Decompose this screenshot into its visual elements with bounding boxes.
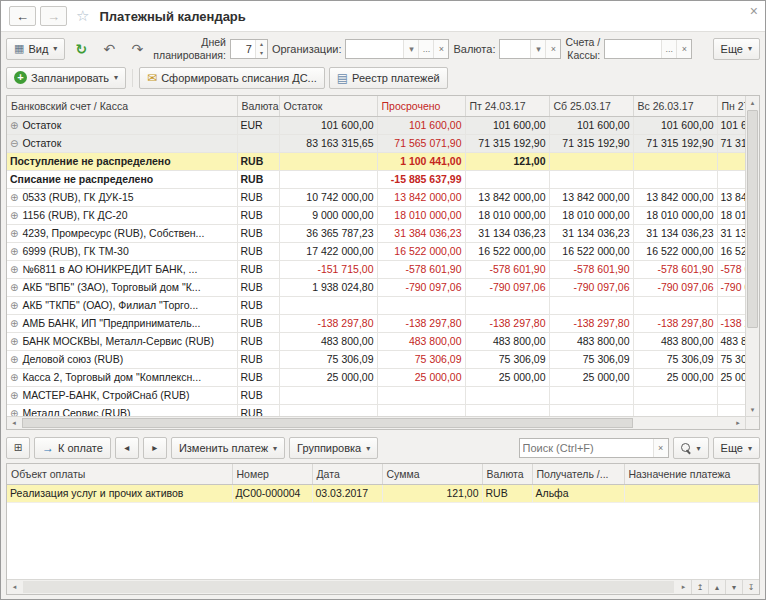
view-button[interactable]: ▦ Вид ▾ — [6, 38, 65, 60]
cell[interactable]: 71 315 192,90 — [717, 134, 745, 152]
cell[interactable] — [237, 134, 279, 152]
cell[interactable] — [717, 296, 745, 314]
cell[interactable] — [717, 170, 745, 188]
cell[interactable]: -138 297,80 — [717, 314, 745, 332]
scroll-right-icon[interactable]: ▸ — [676, 580, 691, 594]
column-header[interactable]: Дата — [312, 464, 382, 484]
page-up-icon[interactable]: ▴ — [708, 580, 725, 594]
back-button[interactable]: ← — [9, 6, 36, 26]
cell[interactable]: 18 010 000,00 — [377, 206, 465, 224]
cell[interactable] — [279, 386, 377, 404]
cell[interactable]: ДС00-000004 — [232, 484, 312, 502]
account-cell[interactable]: ⊕1156 (RUB), ГК ДС-20 — [7, 206, 237, 224]
accounts-clear-icon[interactable]: × — [676, 40, 691, 58]
cell[interactable]: 25 000,00 — [377, 368, 465, 386]
column-header[interactable]: Банковский счет / Касса — [7, 96, 237, 116]
spin-up-icon[interactable]: ▴ — [256, 40, 267, 49]
expand-icon[interactable]: ⊕ — [10, 300, 18, 311]
cell[interactable]: RUB — [237, 368, 279, 386]
cell[interactable]: 101 600,00 — [279, 116, 377, 134]
column-header[interactable]: Номер — [232, 464, 312, 484]
days-planning-input[interactable] — [231, 41, 255, 57]
expand-icon[interactable]: ⊕ — [10, 318, 18, 329]
cell[interactable]: 13 842 000,00 — [549, 188, 633, 206]
grouping-button[interactable]: Группировка ▾ — [289, 437, 378, 459]
calendar-row[interactable]: ⊕АКБ "ВПБ" (ЗАО), Торговый дом "К...RUB1… — [7, 278, 745, 296]
column-header[interactable]: Валюта — [237, 96, 279, 116]
column-header[interactable]: Остаток — [279, 96, 377, 116]
calendar-row[interactable]: ⊕1156 (RUB), ГК ДС-20RUB9 000 000,0018 0… — [7, 206, 745, 224]
vertical-scrollbar[interactable]: ▴ ▾ — [745, 96, 759, 416]
cell[interactable]: 483 800,00 — [717, 332, 745, 350]
column-header[interactable]: Сб 25.03.17 — [549, 96, 633, 116]
column-header[interactable]: Получатель /... — [532, 464, 624, 484]
expand-icon[interactable]: ⊕ — [10, 246, 18, 257]
cell[interactable]: RUB — [237, 224, 279, 242]
scroll-right-icon[interactable]: ▸ — [731, 417, 745, 429]
cell[interactable]: 75 306,09 — [549, 350, 633, 368]
cell[interactable]: 101 600,00 — [549, 116, 633, 134]
cell[interactable]: RUB — [237, 242, 279, 260]
expand-icon[interactable]: ⊕ — [10, 336, 18, 347]
column-header[interactable]: Валюта — [482, 464, 532, 484]
cell[interactable]: -151 715,00 — [279, 260, 377, 278]
cell[interactable]: 101 600,00 — [377, 116, 465, 134]
cell[interactable] — [549, 386, 633, 404]
cell[interactable]: 16 522 000,00 — [377, 242, 465, 260]
cell[interactable] — [279, 404, 377, 416]
calendar-row[interactable]: ⊕АМБ БАНК, ИП "Предприниматель...RUB-138… — [7, 314, 745, 332]
cell[interactable]: RUB — [237, 386, 279, 404]
cell[interactable]: -138 297,80 — [549, 314, 633, 332]
cell[interactable]: 16 522 000,00 — [633, 242, 717, 260]
accounts-choose-icon[interactable]: ... — [661, 40, 676, 58]
horizontal-scroll-track[interactable] — [21, 417, 731, 429]
currency-clear-icon[interactable]: × — [545, 40, 560, 58]
payments-scroll-track[interactable] — [22, 580, 676, 594]
cell[interactable]: RUB — [237, 350, 279, 368]
expand-icon[interactable]: ⊕ — [10, 264, 18, 275]
go-bottom-icon[interactable]: ↧ — [742, 580, 759, 594]
cell[interactable] — [633, 296, 717, 314]
more-button-top[interactable]: Еще ▾ — [713, 38, 760, 60]
to-pay-button[interactable]: → К оплате — [34, 437, 111, 459]
redo-button[interactable]: ↷ — [125, 38, 149, 60]
account-cell[interactable]: ⊕АКБ "ТКПБ" (ОАО), Филиал "Торго... — [7, 296, 237, 314]
cell[interactable]: 31 134 036,23 — [633, 224, 717, 242]
account-cell[interactable]: ⊕Металл Сервис (RUB) — [7, 404, 237, 416]
cell[interactable]: 13 842 000,00 — [633, 188, 717, 206]
cell[interactable]: 16 522 000,00 — [717, 242, 745, 260]
cell[interactable]: -790 097,06 — [465, 278, 549, 296]
calendar-row[interactable]: Поступление не распределеноRUB1 100 441,… — [7, 152, 745, 170]
edit-payment-button[interactable]: Изменить платеж ▾ — [171, 437, 285, 459]
account-cell[interactable]: ⊕МАСТЕР-БАНК, СтройСнаб (RUB) — [7, 386, 237, 404]
account-cell[interactable]: ⊕№6811 в АО ЮНИКРЕДИТ БАНК, ... — [7, 260, 237, 278]
cell[interactable]: -578 601,90 — [549, 260, 633, 278]
calendar-row[interactable]: ⊕Металл Сервис (RUB)RUB — [7, 404, 745, 416]
cell[interactable] — [717, 404, 745, 416]
page-down-icon[interactable]: ▾ — [725, 580, 742, 594]
go-top-icon[interactable]: ↥ — [691, 580, 708, 594]
cell[interactable] — [633, 404, 717, 416]
spin-down-icon[interactable]: ▾ — [256, 49, 267, 58]
column-header[interactable]: Сумма — [382, 464, 482, 484]
account-cell[interactable]: ⊕АМБ БАНК, ИП "Предприниматель... — [7, 314, 237, 332]
column-header[interactable]: Объект оплаты — [7, 464, 232, 484]
cell[interactable]: RUB — [237, 278, 279, 296]
cell[interactable]: 18 010 000,00 — [717, 206, 745, 224]
accounts-input[interactable] — [605, 41, 661, 57]
cell[interactable]: RUB — [237, 404, 279, 416]
column-header[interactable]: Пт 24.03.17 — [465, 96, 549, 116]
account-cell[interactable]: ⊕Остаток — [7, 116, 237, 134]
expand-icon[interactable]: ⊕ — [10, 120, 18, 131]
cell[interactable]: RUB — [237, 260, 279, 278]
cell[interactable] — [377, 386, 465, 404]
vertical-scroll-thumb[interactable] — [747, 110, 758, 328]
payments-scroll-thumb[interactable] — [23, 581, 674, 593]
cell[interactable]: RUB — [237, 332, 279, 350]
calendar-row[interactable]: ⊕Касса 2, Торговый дом "Комплексн...RUB2… — [7, 368, 745, 386]
cell[interactable]: 483 800,00 — [377, 332, 465, 350]
cell[interactable]: RUB — [237, 296, 279, 314]
cell[interactable]: 71 315 192,90 — [465, 134, 549, 152]
account-cell[interactable]: Списание не распределено — [7, 170, 237, 188]
cell[interactable]: -790 097,06 — [633, 278, 717, 296]
